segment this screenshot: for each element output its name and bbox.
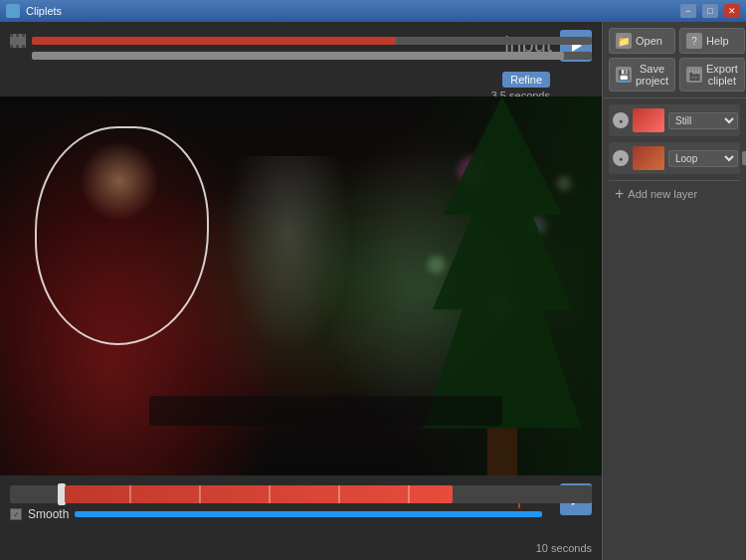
cliplet-fill	[65, 485, 453, 503]
main-container: input Refine	[0, 22, 746, 560]
input-section: input Refine	[0, 22, 602, 96]
video-placeholder	[0, 96, 602, 475]
input-bar-fill-2	[32, 52, 564, 60]
layer-2-thumbnail	[633, 146, 664, 170]
cliplet-marker-2	[199, 485, 201, 503]
layer-item-1: ● Still Loop Transition	[609, 104, 740, 136]
smooth-checkbox[interactable]: ✓	[10, 508, 22, 520]
video-area	[0, 96, 602, 475]
cliplet-section: cliplet ✓ Smooth 10 seconds	[0, 475, 602, 560]
layers-section: ● Still Loop Transition ●	[603, 98, 746, 560]
export-label: Export cliplet	[706, 63, 738, 87]
layer-2-visibility[interactable]: ●	[613, 150, 629, 166]
smooth-row: ✓ Smooth	[10, 507, 592, 521]
belt-area	[149, 396, 502, 426]
layer-2-type-select[interactable]: Loop Still Transition	[668, 150, 738, 167]
sidebar: 📁 Open ? Help 💾 Save project 🎬 Export cl…	[602, 22, 746, 560]
app-icon	[6, 4, 20, 18]
input-bar-row-2	[10, 52, 592, 60]
close-button[interactable]: ✕	[724, 4, 740, 18]
input-bar-fill-1	[32, 37, 396, 45]
input-bar-track-2[interactable]	[32, 52, 592, 60]
layer-1-thumbnail	[633, 108, 664, 132]
titlebar: Cliplets − □ ✕	[0, 0, 746, 22]
save-icon: 💾	[616, 67, 632, 83]
santa-body	[199, 156, 378, 405]
svg-marker-0	[423, 96, 582, 428]
open-button[interactable]: 📁 Open	[609, 28, 675, 54]
export-button[interactable]: 🎬 Export cliplet	[679, 58, 745, 92]
layer-1-thumb-content	[633, 108, 664, 132]
save-button[interactable]: 💾 Save project	[609, 58, 675, 92]
open-label: Open	[636, 35, 662, 47]
girl-face	[80, 141, 159, 221]
cliplet-marker-3	[269, 485, 271, 503]
cliplet-timeline[interactable]	[10, 485, 592, 503]
refine-button[interactable]: Refine	[502, 72, 550, 88]
add-layer-button[interactable]: + Add new layer	[609, 180, 740, 207]
layer-1-type-select[interactable]: Still Loop Transition	[668, 112, 738, 129]
cliplet-marker-1	[129, 485, 131, 503]
film-icon	[10, 34, 26, 48]
maximize-button[interactable]: □	[702, 4, 718, 18]
open-icon: 📁	[616, 33, 632, 49]
input-bar-track-1[interactable]	[32, 37, 592, 45]
minimize-button[interactable]: −	[680, 4, 696, 18]
add-layer-label: Add new layer	[628, 188, 697, 200]
cliplet-duration: 10 seconds	[536, 542, 592, 554]
smooth-label: Smooth	[28, 507, 69, 521]
cliplet-marker-4	[338, 485, 340, 503]
cliplet-marker-5	[408, 485, 410, 503]
content-area: input Refine	[0, 22, 602, 560]
toolbar: 📁 Open ? Help 💾 Save project 🎬 Export cl…	[603, 22, 746, 98]
layer-1-visibility[interactable]: ●	[613, 112, 629, 128]
layer-2-close-button[interactable]: ✕	[742, 151, 746, 165]
add-icon: +	[615, 185, 624, 203]
layer-2-thumb-content	[633, 146, 664, 170]
save-label: Save project	[636, 63, 668, 87]
help-icon: ?	[686, 33, 702, 49]
help-button[interactable]: ? Help	[679, 28, 745, 54]
layer-item-2: ● Loop Still Transition ✕	[609, 142, 740, 174]
svg-rect-1	[487, 428, 517, 475]
smooth-bar[interactable]	[75, 511, 542, 517]
window-title: Cliplets	[26, 5, 674, 17]
export-icon: 🎬	[686, 67, 702, 83]
help-label: Help	[706, 35, 729, 47]
